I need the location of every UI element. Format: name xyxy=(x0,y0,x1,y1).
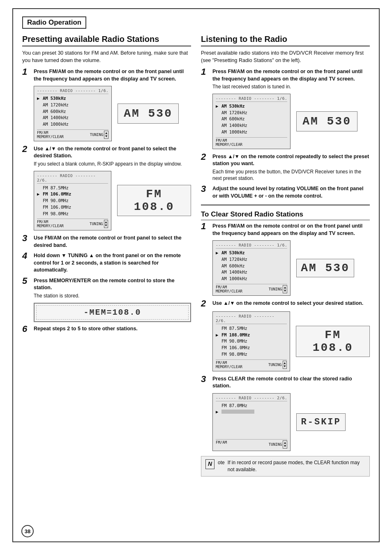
note-icon: N xyxy=(205,459,214,469)
listening-step-num-2: 2 xyxy=(201,152,210,161)
presetting-display-1: -------- RADIO -------- 1/6. ▶AM530kHz A… xyxy=(34,86,191,141)
clear-lcd2-row-3: FM90.0MHz xyxy=(216,338,287,345)
lcd3-empty-1 xyxy=(216,415,287,423)
note-suffix: ote xyxy=(218,459,226,473)
clear-lcd-row-4: AM1400kHz xyxy=(216,269,287,276)
seg-display-1: AM 530 xyxy=(118,104,179,124)
clear-step-num-3: 3 xyxy=(201,375,210,384)
lcd-footer-1: FM/AMMEMORY/CLEAR TUNING ▲▼ xyxy=(37,129,108,139)
clear-lcd3-row-2: ▶ xyxy=(216,409,287,415)
listening-step-text-3: Adjust the sound level by rotating VOLUM… xyxy=(212,185,370,200)
clear-lcd-header-2: -------- RADIO -------- 2/6. xyxy=(216,314,287,324)
step-num-4: 4 xyxy=(22,251,31,260)
presetting-display-2: -------- RADIO -------- 2/6. FM87.5MHz ▶… xyxy=(34,171,191,231)
lcd-row-2-2: ▶FM106.0MHz xyxy=(37,191,108,198)
listening-title: Listening to the Radio xyxy=(201,35,370,46)
lcd-panel-1: -------- RADIO -------- 1/6. ▶AM530kHz A… xyxy=(34,86,112,141)
listening-step-1: 1 Press FM/AM on the remote control or o… xyxy=(201,68,370,90)
corner-br xyxy=(372,535,380,542)
lcd-row-2-3: FM90.0MHz xyxy=(37,198,108,204)
clear-seg-2: FM 108.0 xyxy=(296,326,370,357)
clear-step-num-1: 1 xyxy=(201,222,210,231)
listening-step-num-1: 1 xyxy=(201,67,210,76)
presetting-step-3: 3 Use FM/AM on the remote control or fro… xyxy=(22,235,191,249)
presetting-step-5: 5 Press MEMORY/ENTER on the remote contr… xyxy=(22,277,191,299)
lcd-row-2-4: FM106.0MHz xyxy=(37,204,108,211)
lcd-header-1: -------- RADIO -------- 1/6. xyxy=(37,88,108,94)
lcd3-empty-3 xyxy=(216,430,287,438)
presetting-intro: You can preset 30 stations for FM and AM… xyxy=(22,50,191,64)
clear-lcd-footer-1: FM/AMMEMORY/CLEAR TUNING ▲▼ xyxy=(216,284,287,293)
listening-step-num-3: 3 xyxy=(201,184,210,193)
lcd-panel-2: -------- RADIO -------- 2/6. FM87.5MHz ▶… xyxy=(34,171,111,231)
step-text-6: Repeat steps 2 to 5 to store other stati… xyxy=(34,325,138,333)
corner-bl xyxy=(12,535,20,542)
step-text-4: Hold down ▼ TUNING ▲ on the front panel … xyxy=(34,252,191,274)
listening-lcd-row-4: AM1400kHz xyxy=(216,122,287,129)
corner-tr xyxy=(372,8,380,16)
listening-seg-1: AM 530 xyxy=(296,111,357,131)
clear-display-3: -------- RADIO -------- 2/6. FM87.0MHz ▶… xyxy=(212,393,370,451)
clear-step-2: 2 Use ▲/▼ on the remote control to selec… xyxy=(201,300,370,308)
main-columns: Presetting available Radio Stations You … xyxy=(22,35,370,477)
lcd-row-2-5: FM98.0MHz xyxy=(37,211,108,217)
listening-step-text-2: Press ▲/▼ on the remote control repeated… xyxy=(212,153,370,182)
right-column: Listening to the Radio Preset available … xyxy=(201,35,370,477)
clear-lcd-header-1: -------- RADIO -------- 1/6. xyxy=(216,243,287,249)
step-num-6: 6 xyxy=(22,325,31,334)
listening-lcd-row-1: ▶AM530kHz xyxy=(216,103,287,110)
mem-display-area: -MEM=108.0 xyxy=(34,303,191,322)
step-text-5: Press MEMORY/ENTER on the remote control… xyxy=(34,277,191,299)
listening-lcd-header-1: -------- RADIO -------- 1/6. xyxy=(216,96,287,102)
listening-step-2: 2 Press ▲/▼ on the remote control repeat… xyxy=(201,153,370,182)
clear-lcd2-row-4: FM106.0MHz xyxy=(216,345,287,351)
step-text-2: Use ▲/▼ on the remote control or front p… xyxy=(34,145,191,168)
listening-step-text-1: Press FM/AM on the remote control or on … xyxy=(212,68,370,90)
clear-lcd-header-3: -------- RADIO -------- 2/6. xyxy=(216,396,287,401)
clear-step-num-2: 2 xyxy=(201,299,210,308)
clear-lcd2-row-5: FM98.0MHz xyxy=(216,351,287,358)
lcd3-empty-2 xyxy=(216,423,287,430)
step-num-1: 1 xyxy=(22,67,31,76)
clear-step-1: 1 Press FM/AM on the remote control or o… xyxy=(201,223,370,237)
clear-lcd-row-1: ▶AM530kHz xyxy=(216,250,287,256)
clear-lcd-footer-2: FM/AMMEMORY/CLEAR TUNING ▲▼ xyxy=(216,359,287,369)
listening-lcd-footer-1: FM/AMMEMORY/CLEAR xyxy=(216,137,287,147)
listening-display-1: -------- RADIO -------- 1/6. ▶AM530kHz A… xyxy=(212,94,370,149)
clear-step-text-3: Press CLEAR the remote control to clear … xyxy=(212,375,370,390)
clear-seg-3: R-SKIP xyxy=(296,413,346,431)
note-box: N ote If in record or record pause modes… xyxy=(201,456,370,477)
step-num-5: 5 xyxy=(22,276,31,286)
page-border: Radio Operation Presetting available Rad… xyxy=(12,8,380,542)
listening-step-3: 3 Adjust the sound level by rotating VOL… xyxy=(201,185,370,200)
clear-lcd2-row-2: ▶FM108.0MHz xyxy=(216,332,287,339)
seg-display-2: FM 108.0 xyxy=(117,185,191,216)
lcd-row-1-1: ▶AM530kHz xyxy=(37,95,108,102)
clear-lcd-row-3: AM600kHz xyxy=(216,263,287,269)
clear-lcd-footer-3: FM/AM TUNING ▲▼ xyxy=(216,439,287,449)
step-text-3: Use FM/AM on the remote control or front… xyxy=(34,235,191,249)
left-column: Presetting available Radio Stations You … xyxy=(22,35,191,477)
lcd-footer-2: FM/AMMEMORY/CLEAR TUNING ▲▼ xyxy=(37,219,108,228)
lcd-row-1-4: AM1400kHz xyxy=(37,115,108,121)
page-number: 38 xyxy=(21,525,34,537)
clear-lcd-row-2: AM1720kHz xyxy=(216,256,287,263)
step-text-1: Press FM/AM on the remote control or on … xyxy=(34,68,191,83)
clear-step-text-1: Press FM/AM on the remote control or on … xyxy=(212,223,370,237)
clear-lcd-row-5: AM1000kHz xyxy=(216,276,287,282)
clear-step-3: 3 Press CLEAR the remote control to clea… xyxy=(201,375,370,390)
clear-lcd-1: -------- RADIO -------- 1/6. ▶AM530kHz A… xyxy=(212,240,291,296)
note-text: If in record or record pause modes, the … xyxy=(228,459,365,473)
clear-lcd2-row-1: FM87.5MHz xyxy=(216,325,287,332)
step-num-2: 2 xyxy=(22,145,31,154)
lcd-row-1-2: AM1720kHz xyxy=(37,102,108,108)
presetting-step-1: 1 Press FM/AM on the remote control or o… xyxy=(22,68,191,83)
listening-lcd-row-5: AM1000kHz xyxy=(216,129,287,136)
divider-1 xyxy=(201,205,370,205)
clear-lcd-2: -------- RADIO -------- 2/6. FM87.5MHz ▶… xyxy=(212,311,290,371)
clear-display-1: -------- RADIO -------- 1/6. ▶AM530kHz A… xyxy=(212,240,370,296)
section-title: Radio Operation xyxy=(22,16,86,29)
presetting-step-6: 6 Repeat steps 2 to 5 to store other sta… xyxy=(22,325,191,334)
corner-tl xyxy=(12,8,20,16)
lcd-header-2: -------- RADIO -------- 2/6. xyxy=(37,173,108,184)
